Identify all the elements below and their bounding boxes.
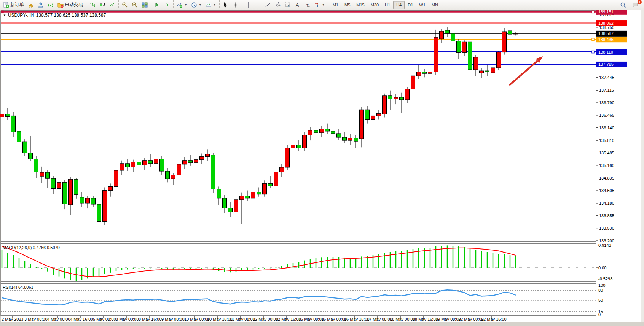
- bear-candle: [217, 189, 221, 198]
- line-drag-handle[interactable]: [592, 51, 594, 53]
- toolbar-group: EFAT▼: [242, 0, 328, 10]
- date-label: 16 May 16:00: [344, 317, 370, 321]
- line-chart-button[interactable]: [107, 1, 117, 9]
- bear-candle: [331, 131, 335, 134]
- bull-candle: [428, 72, 432, 73]
- line-chart-icon: [109, 2, 115, 8]
- bull-candle: [394, 97, 398, 99]
- bull-candle: [497, 52, 501, 68]
- date-label: 15 May 08:00: [298, 317, 324, 321]
- tile-windows-button[interactable]: [140, 1, 150, 9]
- vline-icon: [245, 2, 251, 8]
- community-button[interactable]: [36, 1, 46, 9]
- chart-shift-button[interactable]: [162, 1, 172, 9]
- bull-candle: [434, 37, 438, 72]
- svg-text:E: E: [279, 5, 281, 8]
- bull-candle: [280, 167, 284, 172]
- bull-candle: [206, 154, 210, 157]
- text-button[interactable]: A: [293, 1, 303, 9]
- date-label: 17 May 08:00: [367, 317, 392, 321]
- grid-button[interactable]: F: [283, 1, 293, 9]
- bar-chart-button[interactable]: [88, 1, 97, 9]
- bull-candle: [274, 172, 278, 186]
- bull-candle: [194, 160, 198, 163]
- crosshair-icon: [233, 2, 239, 8]
- auto-scroll-button[interactable]: [152, 1, 162, 9]
- gold-icon: [28, 2, 34, 8]
- new-order-button[interactable]: 新订单: [1, 1, 26, 9]
- timeframe-m30-button[interactable]: M30: [368, 1, 382, 9]
- bear-candle: [223, 198, 227, 208]
- main-toolbar: 新订单自动交易▼▼▼EFAT▼M1M5M15M30H1H4D1W1MN1: [0, 0, 644, 10]
- search-button[interactable]: [618, 1, 628, 9]
- line-drag-handle[interactable]: [592, 11, 594, 13]
- templates-button[interactable]: ▼: [204, 1, 218, 9]
- signal-button[interactable]: [46, 1, 56, 9]
- price-badge-label: 139.151: [598, 10, 614, 14]
- indicators-button[interactable]: ▼: [175, 1, 189, 9]
- bull-candle: [417, 72, 421, 76]
- symbol-ohlc: 138.577 138.625 138.537 138.587: [36, 13, 106, 18]
- zoom-out-icon: [132, 2, 138, 8]
- timeframe-h4-button[interactable]: H4: [393, 1, 405, 9]
- date-label: 8 May 16:00: [139, 317, 162, 321]
- hline-button[interactable]: [253, 1, 263, 9]
- bear-candle: [422, 72, 427, 73]
- timeframe-mn-button[interactable]: MN: [429, 1, 441, 9]
- rsi-level-label: 50: [598, 298, 603, 302]
- svg-text:T: T: [306, 3, 309, 7]
- bear-candle: [400, 97, 404, 100]
- timeframe-m1-button[interactable]: M1: [330, 1, 341, 9]
- rsi-scale-max: 100: [598, 283, 605, 288]
- timeframe-m5-button[interactable]: M5: [341, 1, 353, 9]
- timeframe-h1-button[interactable]: H1: [382, 1, 393, 9]
- auto-trading-button[interactable]: 自动交易: [56, 1, 85, 9]
- rsi-indicator-label: RSI(14) 64.8061: [3, 285, 33, 289]
- price-tick-label: 134.835: [599, 176, 614, 180]
- date-label: 16 May 00:00: [321, 317, 347, 321]
- right-window-strip: [641, 10, 644, 322]
- vline-button[interactable]: [243, 1, 253, 9]
- candle-chart-button[interactable]: [97, 1, 107, 9]
- fibo-button[interactable]: E: [273, 1, 283, 9]
- zoom-out-button[interactable]: [130, 1, 140, 9]
- label-button[interactable]: T: [303, 1, 312, 9]
- gold-button[interactable]: [26, 1, 36, 9]
- bear-candle: [63, 182, 67, 204]
- periods-button[interactable]: ▼: [189, 1, 204, 9]
- chart-shift-icon: [164, 2, 170, 8]
- bull-candle: [0, 114, 4, 117]
- indicators-icon: [177, 2, 183, 8]
- bear-candle: [343, 137, 347, 140]
- bear-candle: [354, 138, 358, 141]
- price-tick-label: 133.200: [599, 239, 614, 243]
- bull-candle: [171, 175, 175, 179]
- bear-candle: [314, 130, 318, 133]
- bear-candle: [388, 96, 392, 99]
- hline-icon: [255, 2, 261, 8]
- price-badge-label: 138.435: [598, 37, 614, 42]
- shapes-button[interactable]: ▼: [312, 1, 327, 9]
- timeframe-m15-button[interactable]: M15: [353, 1, 367, 9]
- chart-canvas[interactable]: 139.075138.750137.445137.115136.790136.4…: [0, 10, 644, 326]
- signal-icon: [48, 2, 54, 8]
- toolbar-group: [118, 0, 151, 10]
- bear-candle: [166, 171, 170, 179]
- notifications-button[interactable]: 1: [630, 1, 640, 9]
- line-drag-handle[interactable]: [592, 38, 594, 41]
- timeframe-w1-button[interactable]: W1: [416, 1, 429, 9]
- bear-candle: [325, 129, 330, 131]
- bear-candle: [257, 192, 261, 194]
- chart-title[interactable]: ▼ USDJPY-,H4 138.577 138.625 138.537 138…: [3, 13, 106, 18]
- toolbar-group: 新订单自动交易: [0, 0, 86, 10]
- cursor-button[interactable]: [221, 1, 231, 9]
- crosshair-button[interactable]: [231, 1, 241, 9]
- bull-candle: [143, 161, 147, 165]
- bull-candle: [462, 42, 467, 52]
- new-order-icon: [3, 2, 9, 8]
- zoom-in-button[interactable]: [120, 1, 130, 9]
- bull-candle: [131, 162, 135, 167]
- bull-candle: [120, 164, 124, 170]
- timeframe-d1-button[interactable]: D1: [405, 1, 416, 9]
- trendline-button[interactable]: [263, 1, 273, 9]
